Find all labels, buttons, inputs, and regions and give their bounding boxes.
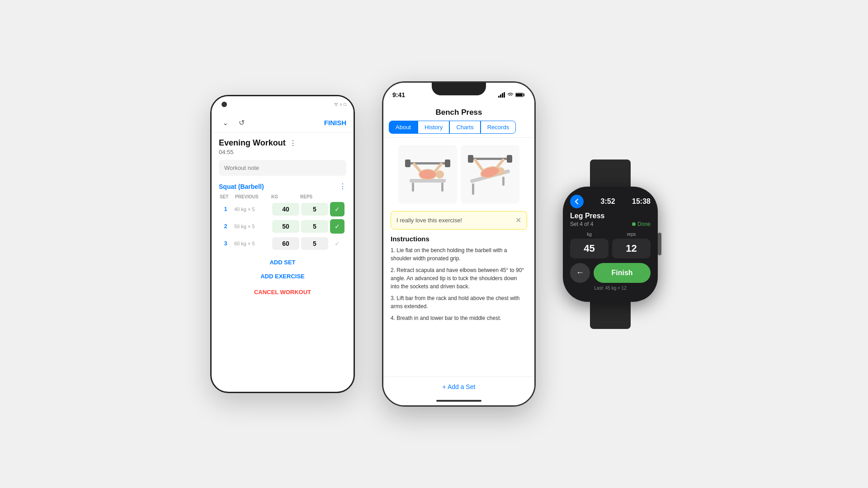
watch-reps-label: reps — [627, 232, 636, 237]
instructions-title: Instructions — [391, 235, 527, 243]
svg-line-25 — [475, 160, 482, 170]
instruction-step-4: 4. Breath in and lower bar to the middle… — [391, 314, 527, 322]
iphone-home-indicator — [383, 396, 534, 405]
tab-history[interactable]: History — [418, 121, 449, 134]
svg-rect-11 — [445, 160, 450, 167]
check-icon: ✓ — [335, 206, 340, 213]
add-set-bar-button[interactable]: + Add a Set — [443, 383, 476, 390]
svg-rect-19 — [502, 177, 505, 186]
watch-body: 3:52 15:38 Leg Press Set 4 of 4 Done kg … — [563, 187, 658, 302]
circle-icon: ○ — [340, 102, 342, 107]
exercise-images — [383, 138, 534, 211]
sets-header: SET PREVIOUS KG REPS — [219, 194, 346, 199]
add-exercise-button[interactable]: ADD EXERCISE — [219, 269, 346, 283]
watch-last-set-info: Last: 45 kg × 12 — [570, 286, 651, 291]
svg-rect-2 — [502, 93, 503, 98]
watch-buttons-row: ← Finish — [570, 263, 651, 283]
workout-title-row: Evening Workout ⋮ — [219, 138, 346, 148]
signal-icon: ▽ — [335, 102, 338, 107]
watch-back-button[interactable] — [570, 195, 584, 208]
set-complete-button[interactable]: ✓ — [330, 202, 344, 216]
svg-rect-21 — [468, 155, 473, 163]
watch-kg-label: kg — [587, 232, 592, 237]
instruction-step-2: 2. Retract scapula and have elbows betwe… — [391, 266, 527, 291]
iphone-status-icons — [498, 92, 525, 98]
col-set: SET — [220, 194, 233, 199]
wifi-icon — [507, 92, 514, 98]
tab-about[interactable]: About — [389, 121, 418, 134]
home-indicator — [436, 400, 481, 402]
set-kg-input[interactable] — [272, 220, 299, 233]
watch-kg-input[interactable]: 45 — [570, 239, 609, 258]
exercise-header: Squat (Barbell) ⋮ — [219, 182, 346, 191]
watch-kg-group: kg 45 — [570, 232, 609, 258]
set-previous: 60 kg × 5 — [234, 241, 270, 246]
check-icon: ✓ — [335, 223, 340, 230]
svg-line-14 — [414, 164, 421, 172]
set-reps-input[interactable] — [301, 203, 328, 216]
svg-rect-1 — [500, 94, 501, 98]
svg-rect-10 — [405, 160, 410, 167]
watch-set-info-row: Set 4 of 4 Done — [570, 221, 651, 227]
watch-done-dot — [632, 222, 636, 226]
watch-countdown-timer: 3:52 — [601, 197, 615, 206]
android-status-bar: ▽ ○ □ — [212, 96, 354, 113]
watch-done-badge: Done — [632, 221, 651, 227]
set-kg-input[interactable] — [272, 203, 299, 216]
toolbar-left: ⌄ ↺ — [219, 116, 248, 129]
iphone-time: 9:41 — [392, 91, 405, 99]
cancel-workout-button[interactable]: CANCEL WORKOUT — [219, 285, 346, 299]
status-icons: ▽ ○ □ — [335, 102, 346, 107]
watch-status-bar: 3:52 15:38 — [570, 195, 651, 208]
watch-exercise-name: Leg Press — [570, 212, 651, 220]
chevron-down-icon[interactable]: ⌄ — [219, 116, 231, 129]
col-reps: REPS — [300, 194, 327, 199]
watch-reps-group: reps 12 — [612, 232, 651, 258]
svg-point-16 — [420, 170, 436, 179]
set-complete-button[interactable]: ✓ — [330, 236, 344, 251]
sets-table: SET PREVIOUS KG REPS 1 40 kg × 5 ✓ 2 50 … — [219, 194, 346, 251]
set-kg-input[interactable] — [272, 237, 299, 250]
android-toolbar: ⌄ ↺ FINISH — [212, 113, 354, 133]
watch-inputs-row: kg 45 reps 12 — [570, 232, 651, 258]
android-main-content: Evening Workout ⋮ 04:55 Squat (Barbell) … — [212, 133, 354, 392]
watch-set-text: Set 4 of 4 — [570, 221, 593, 227]
note-banner: I really love this exercise! ✕ — [391, 211, 527, 230]
watch-finish-button[interactable]: Finish — [594, 263, 651, 283]
workout-note-input[interactable] — [219, 160, 346, 176]
set-number: 2 — [219, 223, 232, 230]
watch-crown[interactable] — [658, 233, 661, 255]
tab-records[interactable]: Records — [481, 121, 516, 134]
finish-button[interactable]: FINISH — [324, 119, 346, 127]
tabs-container: About History Charts Records — [383, 121, 534, 138]
set-complete-button[interactable]: ✓ — [330, 219, 344, 234]
watch-previous-button[interactable]: ← — [570, 263, 590, 283]
instruction-step-1: 1. Lie flat on the bench holding the bar… — [391, 246, 527, 263]
col-kg: KG — [271, 194, 298, 199]
android-phone: ▽ ○ □ ⌄ ↺ FINISH Evening Workout ⋮ 04:55… — [210, 95, 355, 393]
exercise-name: Squat (Barbell) — [219, 183, 264, 190]
watch-current-time: 15:38 — [632, 197, 651, 206]
set-number: 1 — [219, 206, 232, 212]
col-previous: PREVIOUS — [235, 194, 269, 199]
iphone-bottom-bar: + Add a Set — [383, 376, 534, 396]
refresh-icon[interactable]: ↺ — [235, 116, 248, 129]
watch-reps-input[interactable]: 12 — [612, 239, 651, 258]
set-reps-input[interactable] — [301, 237, 328, 250]
exercise-menu-icon[interactable]: ⋮ — [339, 182, 346, 191]
exercise-title: Bench Press — [383, 103, 534, 121]
workout-menu-icon[interactable]: ⋮ — [289, 139, 297, 147]
svg-rect-18 — [472, 183, 474, 195]
note-close-icon[interactable]: ✕ — [515, 216, 521, 225]
set-reps-input[interactable] — [301, 220, 328, 233]
add-set-button[interactable]: ADD SET — [219, 255, 346, 269]
bench-press-svg-2 — [465, 150, 515, 199]
instructions-section: Instructions 1. Lie flat on the bench ho… — [383, 235, 534, 331]
battery-icon — [515, 92, 525, 98]
check-icon: ✓ — [335, 240, 340, 247]
bench-press-svg-1 — [403, 150, 453, 199]
tab-charts[interactable]: Charts — [449, 121, 480, 134]
svg-rect-5 — [516, 94, 523, 96]
watch-back-arrow-icon — [574, 198, 580, 205]
set-row: 2 50 kg × 5 ✓ — [219, 219, 346, 234]
